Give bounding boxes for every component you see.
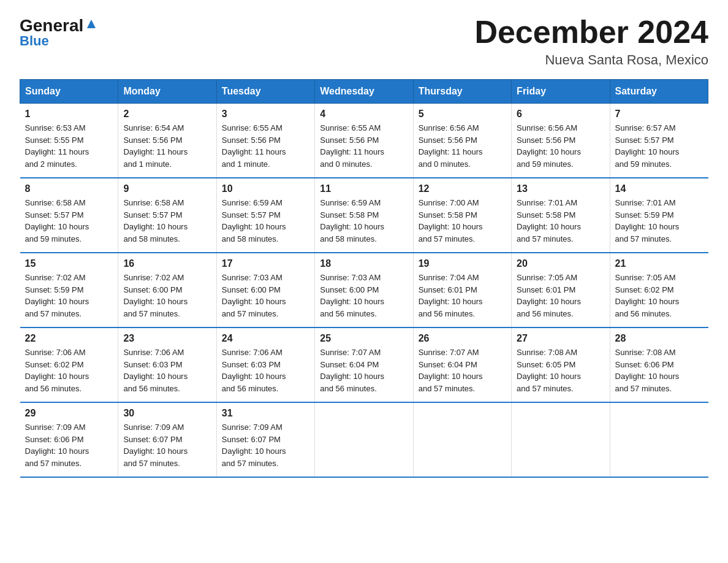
day-info: Sunrise: 7:03 AM Sunset: 6:00 PM Dayligh… (222, 272, 309, 320)
day-number: 30 (123, 408, 211, 419)
day-number: 15 (25, 258, 113, 269)
day-number: 5 (419, 109, 506, 120)
day-number: 9 (123, 183, 211, 194)
day-info: Sunrise: 7:01 AM Sunset: 5:58 PM Dayligh… (517, 197, 604, 245)
day-cell: 22Sunrise: 7:06 AM Sunset: 6:02 PM Dayli… (20, 327, 118, 402)
header-thursday: Thursday (413, 80, 511, 104)
day-info: Sunrise: 7:06 AM Sunset: 6:03 PM Dayligh… (123, 347, 211, 394)
header-friday: Friday (512, 80, 610, 104)
day-info: Sunrise: 7:05 AM Sunset: 6:01 PM Dayligh… (517, 272, 604, 320)
day-info: Sunrise: 7:04 AM Sunset: 6:01 PM Dayligh… (419, 272, 506, 320)
day-number: 3 (222, 109, 309, 120)
day-cell: 24Sunrise: 7:06 AM Sunset: 6:03 PM Dayli… (216, 327, 314, 402)
week-row-2: 8Sunrise: 6:58 AM Sunset: 5:57 PM Daylig… (20, 178, 708, 253)
day-cell (413, 402, 511, 477)
day-number: 6 (517, 109, 604, 120)
week-row-1: 1Sunrise: 6:53 AM Sunset: 5:55 PM Daylig… (20, 104, 708, 178)
day-cell: 11Sunrise: 6:59 AM Sunset: 5:58 PM Dayli… (315, 178, 413, 253)
day-number: 7 (615, 109, 703, 120)
day-info: Sunrise: 6:53 AM Sunset: 5:55 PM Dayligh… (25, 122, 113, 170)
location-label: Nueva Santa Rosa, Mexico (474, 52, 708, 68)
day-cell: 27Sunrise: 7:08 AM Sunset: 6:05 PM Dayli… (512, 327, 610, 402)
day-number: 31 (222, 408, 309, 419)
day-cell: 14Sunrise: 7:01 AM Sunset: 5:59 PM Dayli… (610, 178, 708, 253)
day-info: Sunrise: 6:58 AM Sunset: 5:57 PM Dayligh… (123, 197, 211, 245)
day-info: Sunrise: 7:06 AM Sunset: 6:02 PM Dayligh… (25, 347, 113, 394)
day-cell: 29Sunrise: 7:09 AM Sunset: 6:06 PM Dayli… (20, 402, 118, 477)
day-info: Sunrise: 7:00 AM Sunset: 5:58 PM Dayligh… (419, 197, 506, 245)
day-cell: 8Sunrise: 6:58 AM Sunset: 5:57 PM Daylig… (20, 178, 118, 253)
logo: General Blue (20, 15, 98, 49)
week-row-5: 29Sunrise: 7:09 AM Sunset: 6:06 PM Dayli… (20, 402, 708, 477)
day-cell: 12Sunrise: 7:00 AM Sunset: 5:58 PM Dayli… (413, 178, 511, 253)
week-row-3: 15Sunrise: 7:02 AM Sunset: 5:59 PM Dayli… (20, 253, 708, 327)
day-info: Sunrise: 7:08 AM Sunset: 6:05 PM Dayligh… (517, 347, 604, 394)
day-number: 22 (25, 333, 113, 344)
day-cell: 9Sunrise: 6:58 AM Sunset: 5:57 PM Daylig… (118, 178, 216, 253)
day-cell: 28Sunrise: 7:08 AM Sunset: 6:06 PM Dayli… (610, 327, 708, 402)
day-cell: 25Sunrise: 7:07 AM Sunset: 6:04 PM Dayli… (315, 327, 413, 402)
day-number: 21 (615, 258, 703, 269)
day-info: Sunrise: 6:55 AM Sunset: 5:56 PM Dayligh… (222, 122, 309, 170)
day-info: Sunrise: 6:55 AM Sunset: 5:56 PM Dayligh… (320, 122, 408, 170)
logo-name2: Blue (20, 33, 49, 49)
day-number: 13 (517, 183, 604, 194)
day-info: Sunrise: 6:56 AM Sunset: 5:56 PM Dayligh… (517, 122, 604, 170)
day-number: 20 (517, 258, 604, 269)
day-info: Sunrise: 7:09 AM Sunset: 6:07 PM Dayligh… (222, 421, 309, 469)
day-info: Sunrise: 6:54 AM Sunset: 5:56 PM Dayligh… (123, 122, 211, 170)
logo-triangle-icon (85, 17, 98, 31)
day-cell: 4Sunrise: 6:55 AM Sunset: 5:56 PM Daylig… (315, 104, 413, 178)
day-number: 14 (615, 183, 703, 194)
calendar-table: SundayMondayTuesdayWednesdayThursdayFrid… (20, 79, 708, 478)
day-cell: 10Sunrise: 6:59 AM Sunset: 5:57 PM Dayli… (216, 178, 314, 253)
header-sunday: Sunday (20, 80, 118, 104)
day-cell: 18Sunrise: 7:03 AM Sunset: 6:00 PM Dayli… (315, 253, 413, 327)
day-cell (512, 402, 610, 477)
day-number: 29 (25, 408, 113, 419)
day-cell: 31Sunrise: 7:09 AM Sunset: 6:07 PM Dayli… (216, 402, 314, 477)
day-cell: 23Sunrise: 7:06 AM Sunset: 6:03 PM Dayli… (118, 327, 216, 402)
day-number: 25 (320, 333, 408, 344)
day-number: 8 (25, 183, 113, 194)
day-number: 17 (222, 258, 309, 269)
day-cell: 26Sunrise: 7:07 AM Sunset: 6:04 PM Dayli… (413, 327, 511, 402)
day-cell: 1Sunrise: 6:53 AM Sunset: 5:55 PM Daylig… (20, 104, 118, 178)
day-cell: 7Sunrise: 6:57 AM Sunset: 5:57 PM Daylig… (610, 104, 708, 178)
day-number: 27 (517, 333, 604, 344)
day-number: 24 (222, 333, 309, 344)
day-number: 26 (419, 333, 506, 344)
day-info: Sunrise: 7:02 AM Sunset: 6:00 PM Dayligh… (123, 272, 211, 320)
day-number: 10 (222, 183, 309, 194)
day-cell: 5Sunrise: 6:56 AM Sunset: 5:56 PM Daylig… (413, 104, 511, 178)
day-cell: 20Sunrise: 7:05 AM Sunset: 6:01 PM Dayli… (512, 253, 610, 327)
day-cell: 3Sunrise: 6:55 AM Sunset: 5:56 PM Daylig… (216, 104, 314, 178)
day-cell (315, 402, 413, 477)
day-number: 2 (123, 109, 211, 120)
day-number: 19 (419, 258, 506, 269)
header-tuesday: Tuesday (216, 80, 314, 104)
title-section: December 2024 Nueva Santa Rosa, Mexico (474, 15, 708, 68)
day-info: Sunrise: 7:05 AM Sunset: 6:02 PM Dayligh… (615, 272, 703, 320)
day-cell: 15Sunrise: 7:02 AM Sunset: 5:59 PM Dayli… (20, 253, 118, 327)
day-info: Sunrise: 7:07 AM Sunset: 6:04 PM Dayligh… (320, 347, 408, 394)
day-cell: 17Sunrise: 7:03 AM Sunset: 6:00 PM Dayli… (216, 253, 314, 327)
day-info: Sunrise: 6:59 AM Sunset: 5:57 PM Dayligh… (222, 197, 309, 245)
day-number: 1 (25, 109, 113, 120)
day-info: Sunrise: 7:07 AM Sunset: 6:04 PM Dayligh… (419, 347, 506, 394)
day-number: 28 (615, 333, 703, 344)
day-cell: 6Sunrise: 6:56 AM Sunset: 5:56 PM Daylig… (512, 104, 610, 178)
day-cell: 2Sunrise: 6:54 AM Sunset: 5:56 PM Daylig… (118, 104, 216, 178)
day-number: 18 (320, 258, 408, 269)
logo-name1: General (20, 17, 83, 34)
header-saturday: Saturday (610, 80, 708, 104)
header-wednesday: Wednesday (315, 80, 413, 104)
day-cell: 19Sunrise: 7:04 AM Sunset: 6:01 PM Dayli… (413, 253, 511, 327)
week-row-4: 22Sunrise: 7:06 AM Sunset: 6:02 PM Dayli… (20, 327, 708, 402)
day-info: Sunrise: 7:03 AM Sunset: 6:00 PM Dayligh… (320, 272, 408, 320)
day-info: Sunrise: 7:09 AM Sunset: 6:07 PM Dayligh… (123, 421, 211, 469)
page-header: General Blue December 2024 Nueva Santa R… (20, 15, 708, 68)
day-cell: 13Sunrise: 7:01 AM Sunset: 5:58 PM Dayli… (512, 178, 610, 253)
day-number: 12 (419, 183, 506, 194)
day-cell: 21Sunrise: 7:05 AM Sunset: 6:02 PM Dayli… (610, 253, 708, 327)
